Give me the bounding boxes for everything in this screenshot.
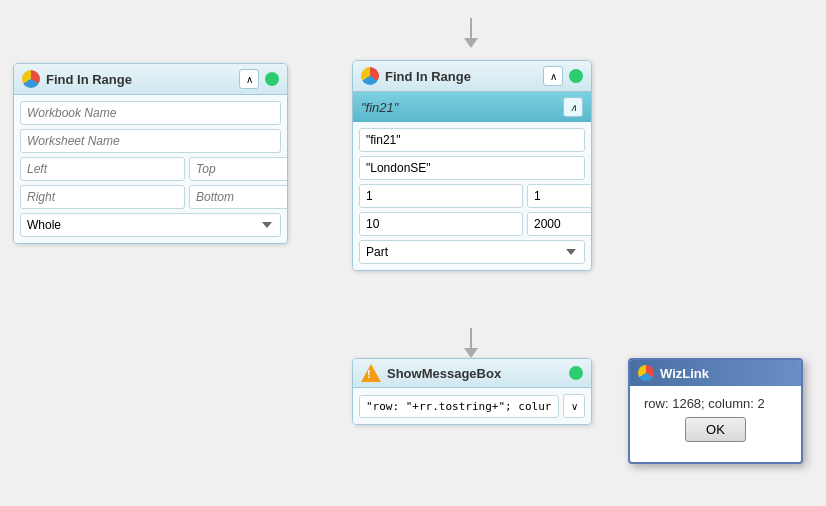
find-range-left-body: Whole: [14, 95, 287, 243]
arrow-bottom: [461, 328, 481, 358]
collapse-icon: ∧: [246, 74, 253, 85]
find-range-right-expanded-header: "fin21" ∧: [353, 92, 591, 122]
whole-select[interactable]: Whole: [20, 213, 281, 237]
right-value-input[interactable]: [359, 212, 523, 236]
right-bottom-value-row: [359, 212, 585, 236]
find-range-right-collapse-btn[interactable]: ∧: [543, 66, 563, 86]
worksheet-value-input[interactable]: [359, 156, 585, 180]
top-input[interactable]: [189, 157, 288, 181]
bottom-value-input[interactable]: [527, 212, 592, 236]
show-message-title: ShowMessageBox: [387, 366, 563, 381]
workbook-value-input[interactable]: [359, 128, 585, 152]
wizlink-dialog: WizLink row: 1268; column: 2 OK: [628, 358, 803, 464]
part-select[interactable]: Part: [359, 240, 585, 264]
warning-triangle: [361, 364, 381, 382]
warning-icon: [361, 364, 381, 382]
top-value-input[interactable]: [527, 184, 592, 208]
header-value-label: "fin21": [361, 100, 398, 115]
find-range-left-status: [265, 72, 279, 86]
find-range-right-app-icon: [361, 67, 379, 85]
bottom-input[interactable]: [189, 185, 288, 209]
find-range-left-app-icon: [22, 70, 40, 88]
chevron-down-icon: ∨: [571, 401, 578, 412]
left-top-value-row: [359, 184, 585, 208]
wizlink-ok-button[interactable]: OK: [685, 417, 746, 442]
left-input[interactable]: [20, 157, 185, 181]
right-input[interactable]: [20, 185, 185, 209]
left-top-row: [20, 157, 281, 181]
show-message-box-node: ShowMessageBox ∨: [352, 358, 592, 425]
show-message-status: [569, 366, 583, 380]
wizlink-body: row: 1268; column: 2 OK: [630, 386, 801, 462]
find-range-left-collapse-btn[interactable]: ∧: [239, 69, 259, 89]
expression-expand-btn[interactable]: ∨: [563, 394, 585, 418]
find-in-range-right-header: Find In Range ∧: [353, 61, 591, 92]
find-in-range-left-header: Find In Range ∧: [14, 64, 287, 95]
arrow-top: [461, 18, 481, 48]
collapse-icon-inner: ∧: [570, 102, 577, 113]
right-bottom-row: [20, 185, 281, 209]
show-message-body: ∨: [353, 388, 591, 424]
collapse-icon-right: ∧: [550, 71, 557, 82]
wizlink-title: WizLink: [660, 366, 709, 381]
wizlink-app-icon: [638, 365, 654, 381]
find-range-right-body: Part: [353, 122, 591, 270]
find-range-left-title: Find In Range: [46, 72, 233, 87]
expression-input[interactable]: [359, 395, 559, 418]
find-range-right-title: Find In Range: [385, 69, 537, 84]
find-in-range-left-node: Find In Range ∧ Whole: [13, 63, 288, 244]
wizlink-message: row: 1268; column: 2: [644, 396, 787, 411]
wizlink-header: WizLink: [630, 360, 801, 386]
find-in-range-right-node: Find In Range ∧ "fin21" ∧ Part: [352, 60, 592, 271]
worksheet-name-input[interactable]: [20, 129, 281, 153]
workbook-name-input[interactable]: [20, 101, 281, 125]
show-message-header: ShowMessageBox: [353, 359, 591, 388]
find-range-right-inner-collapse[interactable]: ∧: [563, 97, 583, 117]
left-value-input[interactable]: [359, 184, 523, 208]
find-range-right-status: [569, 69, 583, 83]
